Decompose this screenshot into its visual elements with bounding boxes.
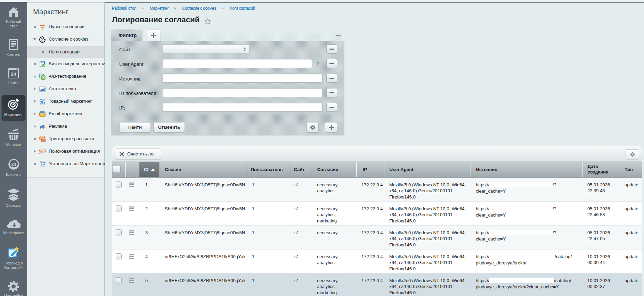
svg-text:24: 24: [11, 71, 17, 77]
svg-text:SEO: SEO: [39, 149, 46, 153]
svg-text:24: 24: [11, 162, 16, 167]
